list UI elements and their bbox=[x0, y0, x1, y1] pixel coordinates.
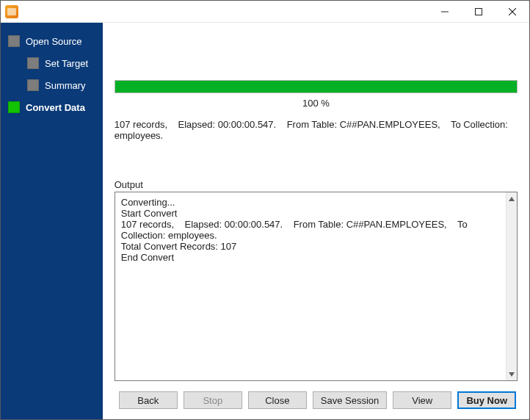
progress-fill bbox=[115, 81, 517, 93]
titlebar bbox=[1, 1, 529, 23]
sidebar-item-open-source[interactable]: Open Source bbox=[1, 30, 103, 52]
sidebar-item-label: Set Target bbox=[45, 58, 88, 69]
sidebar: Open Source Set Target Summary Convert D… bbox=[1, 23, 103, 419]
button-row: Back Stop Close Save Session View Buy No… bbox=[115, 381, 518, 409]
step-box-icon bbox=[27, 79, 39, 91]
body: Open Source Set Target Summary Convert D… bbox=[1, 23, 529, 419]
minimize-button[interactable] bbox=[428, 1, 462, 22]
sidebar-item-label: Summary bbox=[45, 80, 86, 91]
titlebar-left bbox=[1, 5, 18, 18]
output-text[interactable]: Converting... Start Convert 107 records,… bbox=[115, 192, 507, 380]
buy-now-button[interactable]: Buy Now bbox=[457, 391, 516, 409]
output-scrollbar[interactable] bbox=[506, 192, 517, 380]
scroll-down-icon[interactable] bbox=[507, 368, 517, 380]
back-button[interactable]: Back bbox=[119, 391, 178, 409]
close-window-button[interactable] bbox=[495, 1, 529, 22]
output-label: Output bbox=[115, 179, 518, 190]
window-controls bbox=[428, 1, 529, 22]
sidebar-item-label: Convert Data bbox=[26, 102, 85, 113]
status-line: 107 records, Elapsed: 00:00:00.547. From… bbox=[115, 119, 518, 141]
content: 100 % 107 records, Elapsed: 00:00:00.547… bbox=[103, 23, 529, 419]
step-box-icon bbox=[8, 101, 20, 113]
close-icon bbox=[509, 8, 516, 15]
sidebar-item-label: Open Source bbox=[26, 36, 82, 47]
output-box: Converting... Start Convert 107 records,… bbox=[115, 192, 518, 381]
sidebar-item-set-target[interactable]: Set Target bbox=[1, 52, 103, 74]
step-box-icon bbox=[8, 35, 20, 47]
close-button[interactable]: Close bbox=[248, 391, 307, 409]
sidebar-item-summary[interactable]: Summary bbox=[1, 74, 103, 96]
progress-text: 100 % bbox=[115, 98, 518, 109]
save-session-button[interactable]: Save Session bbox=[313, 391, 388, 409]
scroll-up-icon[interactable] bbox=[507, 192, 517, 205]
progress-bar bbox=[115, 80, 518, 93]
view-button[interactable]: View bbox=[393, 391, 451, 409]
svg-rect-1 bbox=[476, 8, 482, 15]
maximize-button[interactable] bbox=[462, 1, 495, 22]
app-window: Open Source Set Target Summary Convert D… bbox=[0, 0, 530, 420]
minimize-icon bbox=[441, 8, 449, 15]
content-inner: 100 % 107 records, Elapsed: 00:00:00.547… bbox=[115, 23, 518, 381]
stop-button: Stop bbox=[184, 391, 242, 409]
sidebar-item-convert-data[interactable]: Convert Data bbox=[1, 96, 103, 118]
step-box-icon bbox=[27, 57, 39, 69]
progress-section: 100 % bbox=[115, 80, 518, 109]
app-icon bbox=[5, 5, 18, 18]
maximize-icon bbox=[475, 8, 482, 15]
